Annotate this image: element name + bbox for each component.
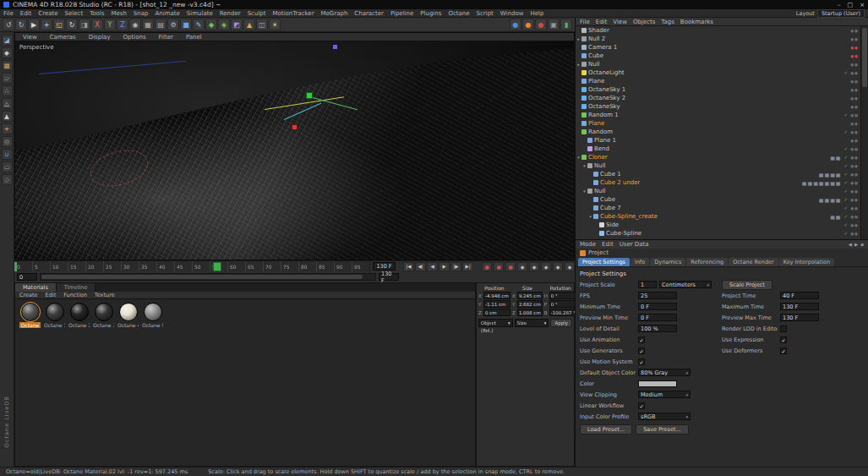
object-name[interactable]: Null: [588, 61, 600, 68]
project-scale-unit-dropdown[interactable]: Centimeters▾: [659, 281, 712, 288]
enabled-check-icon[interactable]: ✓: [844, 197, 849, 202]
object-name[interactable]: Null 2: [588, 36, 605, 42]
visibility-dots-icon[interactable]: ●●: [850, 172, 859, 177]
visibility-dots-icon[interactable]: ●●: [850, 63, 859, 67]
material-name[interactable]: Octane: [19, 322, 41, 328]
visibility-dots-icon[interactable]: ●●: [850, 147, 859, 151]
object-name[interactable]: Cube: [600, 196, 615, 203]
object-tree-row[interactable]: Random ✓ ●●: [576, 128, 860, 136]
locked-workplane-icon[interactable]: ◇: [2, 174, 13, 185]
object-type-icon[interactable]: [581, 96, 587, 101]
position-key-toggle[interactable]: ◆: [517, 262, 527, 271]
level-of-detail-field[interactable]: 100 %: [638, 325, 677, 332]
enabled-check-icon[interactable]: ✓: [844, 129, 849, 134]
material-menu-item[interactable]: Texture: [95, 292, 115, 298]
object-type-icon[interactable]: [587, 138, 592, 143]
enabled-check-icon[interactable]: ✓: [844, 146, 849, 151]
viewport-menu-item[interactable]: Display: [85, 34, 114, 41]
save-preset-button[interactable]: Save Preset...: [636, 424, 689, 435]
object-tree-row[interactable]: Cube 1 ▦▦▦▦ ✓ ●●: [576, 170, 860, 178]
visibility-dots-icon[interactable]: ●●: [850, 181, 859, 185]
camera-tool-icon[interactable]: ◫: [256, 19, 268, 30]
use-expression-checkbox[interactable]: ✓: [780, 336, 787, 343]
object-manager-menu-item[interactable]: Bookmarks: [680, 19, 713, 25]
scale-key-toggle[interactable]: ◆: [529, 262, 539, 271]
object-name[interactable]: Random: [588, 129, 613, 135]
last-tool-icon[interactable]: ◨: [79, 19, 90, 30]
menu-item[interactable]: Create: [35, 10, 61, 17]
visibility-dots-icon[interactable]: ●●: [850, 189, 859, 194]
side-panel-tab[interactable]: Octane LiveDB: [3, 396, 10, 447]
texture-mode-icon[interactable]: ▩: [2, 60, 13, 71]
visibility-dots-icon[interactable]: ●●: [850, 223, 859, 227]
object-name[interactable]: Random 1: [588, 112, 619, 118]
viewport-menu-item[interactable]: Filter: [156, 34, 177, 41]
maximize-button[interactable]: □: [848, 2, 854, 8]
rotate-icon[interactable]: ↻: [66, 19, 78, 30]
enabled-check-icon[interactable]: ✓: [844, 172, 849, 177]
history-forward-icon[interactable]: ▶: [854, 242, 858, 247]
object-manager-menu-item[interactable]: File: [580, 19, 590, 25]
visibility-dots-icon[interactable]: ●●: [850, 164, 859, 168]
object-name[interactable]: Cube 2 under: [600, 179, 640, 186]
material-preview-sphere[interactable]: [70, 303, 89, 321]
visibility-dots-icon[interactable]: ●●: [850, 130, 859, 134]
object-name[interactable]: Cube 7: [600, 205, 621, 211]
object-type-icon[interactable]: [581, 70, 587, 75]
object-tree-row[interactable]: Cube ●●: [576, 52, 860, 60]
material-tag-icons[interactable]: ▦▦▦▦▦▦▦: [802, 180, 842, 186]
material-menu-item[interactable]: Function: [63, 292, 87, 298]
menu-item[interactable]: Mesh: [107, 10, 129, 17]
size-mode-dropdown[interactable]: Size▾: [515, 319, 549, 327]
scale-icon[interactable]: ◱: [53, 19, 65, 30]
coordinate-system-icon[interactable]: ◉: [129, 19, 141, 30]
expand-arrow-icon[interactable]: ▸: [576, 62, 581, 67]
object-name[interactable]: Null: [594, 188, 606, 194]
material-tag-icons[interactable]: ▦▦: [830, 214, 841, 220]
view-clipping-dropdown[interactable]: Medium▾: [638, 391, 691, 398]
point-level-key-toggle[interactable]: ◆: [565, 262, 575, 271]
object-type-icon[interactable]: [593, 197, 598, 202]
menu-item[interactable]: MotionTracker: [270, 10, 318, 17]
visibility-dots-icon[interactable]: ●●: [850, 37, 859, 41]
autokeying-button[interactable]: ●: [494, 262, 504, 271]
object-tree-row[interactable]: ▾ Cube-Spline_create ▦▦ ✓ ●●: [576, 212, 860, 221]
polygons-mode-icon[interactable]: ▲: [2, 111, 13, 122]
material-preview-sphere[interactable]: [144, 303, 162, 321]
timeline-scrollbar[interactable]: [40, 273, 376, 281]
attribute-tab[interactable]: Dynamics: [650, 258, 685, 266]
timeline-ruler[interactable]: 05101520253035404550556065707580859095: [14, 261, 370, 272]
attribute-tab[interactable]: Referencing: [686, 258, 728, 266]
object-manager-menu-item[interactable]: Objects: [633, 19, 655, 25]
move-icon[interactable]: +: [41, 19, 52, 30]
object-name[interactable]: Side: [606, 222, 619, 228]
enabled-check-icon[interactable]: ✓: [844, 180, 849, 185]
render-settings-icon[interactable]: ⚙: [167, 19, 179, 30]
object-name[interactable]: Plane: [588, 78, 604, 85]
material-menu-item[interactable]: Edit: [46, 292, 57, 298]
visibility-dots-icon[interactable]: ●●: [850, 215, 859, 219]
material-tag-icons[interactable]: ▦▦▦▦: [819, 197, 842, 203]
timeline-playhead[interactable]: [213, 262, 221, 271]
object-type-icon[interactable]: [581, 53, 587, 58]
use-animation-checkbox[interactable]: ✓: [638, 336, 645, 343]
object-tree-row[interactable]: ▾ Null ✓ ●●: [576, 187, 860, 195]
object-type-icon[interactable]: [581, 121, 587, 126]
material-name[interactable]: Octane 4: [117, 322, 139, 328]
object-name[interactable]: Bend: [594, 145, 609, 152]
material-tag-icons[interactable]: ▦▦▦▦: [819, 172, 842, 178]
expand-arrow-icon[interactable]: ▾: [581, 189, 587, 194]
rotation-p-field[interactable]: 0 °: [549, 300, 577, 308]
scale-project-button[interactable]: Scale Project: [722, 280, 772, 290]
object-name[interactable]: OctaneLight: [588, 69, 625, 76]
enabled-check-icon[interactable]: ✓: [844, 163, 849, 168]
object-name[interactable]: Cube-Spline_create: [600, 213, 658, 220]
visibility-dots-icon[interactable]: ●●: [850, 139, 859, 143]
object-type-icon[interactable]: [581, 112, 587, 118]
rotation-b-field[interactable]: -100.287 °: [549, 309, 577, 316]
render-lod-checkbox[interactable]: [780, 326, 787, 332]
visibility-dots-icon[interactable]: ●●: [850, 54, 859, 58]
object-name[interactable]: Camera 1: [588, 44, 617, 51]
octane-render-icon[interactable]: ●: [535, 19, 547, 30]
object-type-icon[interactable]: [581, 87, 587, 92]
